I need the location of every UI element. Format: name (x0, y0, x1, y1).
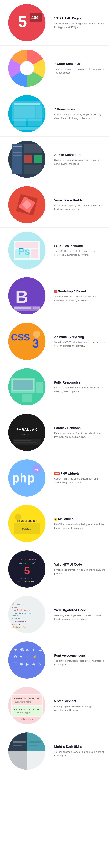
svg-rect-47 (22, 395, 32, 402)
svg-rect-18 (34, 155, 42, 163)
feature-title-animate: Animate Everything (54, 335, 105, 339)
svg-rect-38 (33, 307, 40, 309)
feature-desc-homepages: Center, Therapist, Dentistry, Physician,… (54, 113, 105, 120)
svg-text:<div>: <div> (12, 607, 17, 608)
feature-content-parallax: Parallax SectionsFamous and modern "must… (50, 426, 105, 439)
svg-text:⊕: ⊕ (20, 662, 23, 666)
svg-rect-10 (13, 119, 26, 126)
svg-text:</div> <html>: </div> <html> (20, 577, 34, 579)
feature-image-animate: CSS 3 (4, 322, 50, 361)
svg-rect-31 (15, 242, 38, 248)
svg-point-49 (8, 414, 45, 451)
feature-item-color-schemes: 7 Color SchemesThere are several pre-des… (0, 45, 109, 91)
feature-item-parallax: PARALLAX sections Parallax SectionsFamou… (0, 410, 109, 455)
svg-point-42 (33, 331, 40, 338)
feature-desc-animate: We added CSS3 animation library to our t… (54, 340, 105, 348)
feature-desc-psd-files: The PSD files are perfectly organized, s… (54, 249, 105, 257)
svg-text:★★★★★ Customer Support: ★★★★★ Customer Support (13, 698, 39, 700)
feature-image-organized-code: <!-- Context --> <div> <p>Thank you</p> … (4, 595, 50, 634)
feature-item-organized-code: <!-- Context --> <div> <p>Thank you</p> … (0, 592, 109, 638)
svg-rect-19 (24, 164, 42, 174)
feature-title-bootstrap: BBootstrap 3 Based (54, 289, 105, 293)
svg-rect-100 (12, 695, 42, 705)
feature-image-bootstrap: B (4, 276, 50, 315)
feature-content-dark-skins: Light & Dark SkinsYou can choose between… (50, 745, 105, 757)
svg-text:php: php (12, 470, 35, 485)
feature-item-html-pages: 5 404 130+ HTML PagesVarious Homepages, … (0, 0, 109, 45)
feature-desc-color-schemes: There are several pre-designed color che… (54, 67, 105, 75)
feature-title-organized-code: Well Organized Code (54, 608, 105, 612)
svg-rect-21 (13, 150, 22, 150)
feature-content-mailchimp: ✿MailchimpMailChimp is an email marketin… (50, 517, 105, 530)
feature-desc-font-awesome: The entire Fontawesome icon set is integ… (54, 659, 105, 666)
svg-rect-12 (36, 106, 44, 118)
svg-text:php: php (34, 468, 39, 471)
feature-content-admin-dashboard: Admin DashboardStart your web applicatio… (50, 153, 105, 166)
svg-text:<footer></footer>: <footer></footer> (12, 626, 30, 628)
feature-desc-responsive: Looks awesome no matter if your Visitors… (54, 386, 105, 394)
svg-text:☺: ☺ (16, 516, 20, 519)
svg-rect-108 (13, 741, 26, 743)
svg-text:☁: ☁ (38, 648, 42, 652)
feature-title-parallax: Parallax Sections (54, 426, 105, 430)
svg-text:★: ★ (13, 648, 17, 652)
svg-text:PARALLAX: PARALLAX (16, 428, 37, 431)
svg-rect-8 (13, 103, 40, 104)
svg-rect-46 (36, 381, 43, 393)
feature-item-psd-files: Ps PSD Files includedThe PSD files are p… (0, 228, 109, 273)
feature-content-html5-code: Valid HTML5 CodeIt makes site promotion … (50, 563, 105, 576)
feature-content-psd-files: PSD Files includedThe PSD files are perf… (50, 244, 105, 257)
feature-image-admin-dashboard (4, 140, 50, 179)
feature-desc-mailchimp: MailChimp is an email marketing service … (54, 523, 105, 530)
svg-text:Thanks, you're visiting: Thanks, you're visiting (13, 701, 31, 703)
feature-title-page-builder: Visual Page Builder (54, 198, 105, 203)
svg-rect-23 (13, 155, 22, 156)
svg-text:<section>: <section> (12, 618, 22, 620)
feature-image-dark-skins (4, 732, 50, 771)
feature-content-support: 5-star SupportOur highly professional te… (50, 699, 105, 712)
feature-item-support: ★★★★★ Customer Support Thanks, you're vi… (0, 683, 109, 728)
feature-desc-organized-code: We thoughtfully organised and added huma… (54, 614, 105, 621)
feature-image-html-pages: 5 404 (4, 3, 50, 42)
svg-text:⌂: ⌂ (38, 662, 41, 666)
feature-title-font-awesome: Font Awesome Icons (54, 654, 105, 658)
feature-title-php-widgets: NEWPHP widgets (54, 471, 105, 476)
svg-rect-54 (13, 440, 31, 441)
svg-rect-22 (13, 152, 22, 153)
svg-text:♥: ♥ (20, 655, 22, 659)
feature-desc-support: Our highly professional team of support … (54, 705, 105, 712)
feature-content-homepages: 7 HomepagesCenter, Therapist, Dentistry,… (50, 107, 105, 120)
svg-text:MY WEEKEND CHI: MY WEEKEND CHI (16, 520, 37, 522)
svg-rect-109 (13, 745, 23, 746)
svg-rect-55 (13, 442, 37, 443)
feature-title-mailchimp: ✿Mailchimp (54, 517, 105, 521)
feature-content-php-widgets: NEWPHP widgetsContact Form, MailChimp Su… (50, 471, 105, 485)
svg-rect-20 (13, 146, 22, 147)
feature-item-dark-skins: Light & Dark SkinsYou can choose between… (0, 728, 109, 774)
feature-title-support: 5-star Support (54, 699, 105, 703)
feature-image-php-widgets: php php (4, 459, 50, 497)
svg-text:<div class="wow">: <div class="wow"> (18, 562, 36, 564)
svg-text:.css { color: red; }: .css { color: red; } (16, 581, 38, 583)
feature-title-responsive: Fully Responsive (54, 380, 105, 384)
feature-image-font-awesome: ★☎✉♦☁⚙♥✓⚡⊙☰⊕▶◉⌂ (4, 641, 50, 680)
svg-point-5 (20, 61, 34, 75)
feature-desc-dark-skins: You can choose between Light and Dark sk… (54, 750, 105, 757)
feature-content-organized-code: Well Organized CodeWe thoughtfully organ… (50, 608, 105, 621)
feature-item-php-widgets: php php NEWPHP widgetsContact Form, Mail… (0, 455, 109, 501)
feature-content-responsive: Fully ResponsiveLooks awesome no matter … (50, 380, 105, 394)
svg-rect-15 (12, 144, 23, 174)
svg-text:⚙: ⚙ (13, 655, 17, 659)
feature-title-color-schemes: 7 Color Schemes (54, 62, 105, 66)
svg-text:</section>: </section> (12, 623, 23, 625)
feature-image-homepages (4, 94, 50, 133)
feature-desc-php-widgets: Contact Form, MailChimp Subscriber Form,… (54, 477, 105, 485)
svg-text:MailChimp: MailChimp (22, 528, 32, 530)
feature-title-psd-files: PSD Files included (54, 244, 105, 248)
feature-content-bootstrap: BBootstrap 3 BasedTemplate built with Tw… (50, 289, 105, 302)
feature-content-animate: Animate EverythingWe added CSS3 animatio… (50, 335, 105, 348)
feature-item-responsive: Fully ResponsiveLooks awesome no matter … (0, 364, 109, 410)
svg-text:◉: ◉ (32, 662, 36, 666)
svg-rect-110 (29, 741, 41, 743)
svg-text:★ Customizer ★: ★ Customizer ★ (20, 718, 33, 720)
